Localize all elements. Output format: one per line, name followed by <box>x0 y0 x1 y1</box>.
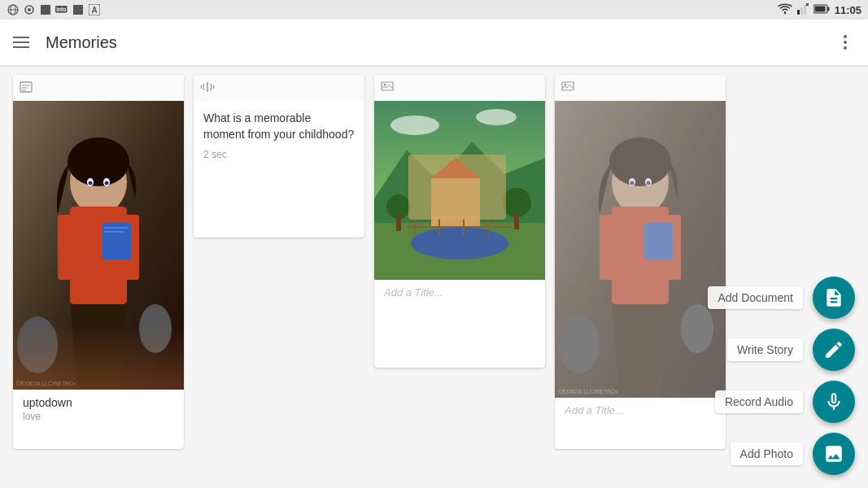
svg-point-38 <box>139 304 172 353</box>
card-1-subtitle: love <box>23 411 174 422</box>
write-story-label: Write Story <box>727 338 803 361</box>
svg-rect-53 <box>396 215 401 231</box>
svg-rect-12 <box>797 10 800 15</box>
card-3-icon-bar <box>374 75 545 101</box>
svg-point-57 <box>476 109 517 125</box>
card-1-type-icon <box>20 81 33 96</box>
time-display: 11:05 <box>835 4 861 16</box>
hamburger-menu-button[interactable] <box>13 33 33 52</box>
record-audio-label: Record Audio <box>715 390 803 413</box>
svg-point-72 <box>559 316 600 373</box>
app-bar: Memories <box>0 20 868 65</box>
add-document-label: Add Document <box>708 286 803 309</box>
svg-point-32 <box>68 137 129 186</box>
svg-point-35 <box>89 181 93 185</box>
svg-text:info: info <box>56 7 66 12</box>
app-icon-box1 <box>39 3 52 16</box>
main-content: ©EXNOA LLC/RETRO• uptodown love <box>0 65 868 488</box>
svg-point-37 <box>17 316 58 373</box>
record-audio-button[interactable] <box>813 381 855 423</box>
svg-rect-19 <box>814 6 825 11</box>
svg-marker-46 <box>431 158 480 178</box>
card-4-image: ©EXNOA LLC/RETRO• <box>555 101 726 398</box>
card-2-story: What is a memorable moment from your chi… <box>203 111 355 142</box>
app-icon-info: info <box>55 3 68 16</box>
card-4-add-title[interactable]: Add a Title... <box>555 398 726 423</box>
svg-rect-30 <box>104 227 129 229</box>
memory-card-2[interactable]: What is a memorable moment from your chi… <box>194 75 364 237</box>
status-bar-left: info A <box>7 3 101 16</box>
more-options-button[interactable] <box>835 33 855 52</box>
app-title: Memories <box>46 33 835 52</box>
svg-rect-13 <box>800 7 803 15</box>
write-story-button[interactable] <box>813 329 855 371</box>
app-icon-globe <box>7 3 20 16</box>
svg-point-36 <box>105 181 109 185</box>
svg-point-44 <box>411 227 508 259</box>
card-1-info: uptodown love <box>13 390 184 429</box>
card-3-type-icon <box>381 81 394 95</box>
fab-row-record-audio: Record Audio <box>715 381 855 423</box>
svg-rect-31 <box>104 231 124 233</box>
card-2-timestamp: 2 sec <box>203 149 355 160</box>
fab-row-add-photo: Add Photo <box>731 433 855 475</box>
app-icon-a: A <box>88 3 101 16</box>
card-2-type-icon <box>200 81 215 95</box>
card-3-add-title[interactable]: Add a Title... <box>374 280 545 305</box>
svg-rect-5 <box>41 5 50 15</box>
svg-point-54 <box>502 188 531 217</box>
svg-point-59 <box>565 83 567 85</box>
card-1-image: ©EXNOA LLC/RETRO• <box>13 101 184 390</box>
memory-card-1[interactable]: ©EXNOA LLC/RETRO• uptodown love <box>13 75 184 449</box>
add-photo-label: Add Photo <box>731 442 803 465</box>
card-1-icon-bar <box>13 75 184 101</box>
app-icon-box2 <box>72 3 85 16</box>
svg-rect-18 <box>827 7 829 11</box>
svg-point-11 <box>784 11 786 13</box>
app-icon-circle <box>23 3 36 16</box>
svg-point-4 <box>28 8 31 11</box>
card-2-icon-bar <box>194 75 364 101</box>
memory-card-3[interactable]: Add a Title... <box>374 75 545 368</box>
card-2-text: What is a memorable moment from your chi… <box>194 101 364 170</box>
svg-rect-14 <box>804 5 806 15</box>
signal-icon <box>797 3 809 17</box>
svg-rect-8 <box>73 5 83 15</box>
card-4-icon-bar <box>555 75 726 101</box>
fab-row-add-document: Add Document <box>708 277 855 319</box>
svg-point-56 <box>390 115 439 135</box>
svg-rect-27 <box>58 215 74 280</box>
card-1-watermark: ©EXNOA LLC/RETRO• <box>16 381 76 386</box>
memory-card-4[interactable]: ©EXNOA LLC/RETRO• Add a Title... <box>555 75 726 449</box>
svg-point-40 <box>384 83 386 85</box>
fab-area: Add Document Write Story Record Audio <box>708 277 855 475</box>
battery-icon <box>813 4 830 16</box>
wifi-icon <box>778 3 792 17</box>
fab-row-write-story: Write Story <box>727 329 855 371</box>
card-4-type-icon <box>561 81 574 95</box>
card-4-watermark: ©EXNOA LLC/RETRO• <box>558 389 617 394</box>
add-document-button[interactable] <box>813 277 855 319</box>
card-1-name: uptodown <box>23 396 174 409</box>
svg-text:A: A <box>91 6 97 15</box>
svg-rect-55 <box>514 213 519 229</box>
card-3-image <box>374 101 545 280</box>
status-bar: info A <box>0 0 868 20</box>
add-photo-button[interactable] <box>813 433 855 475</box>
status-bar-right: 11:05 <box>778 3 861 17</box>
